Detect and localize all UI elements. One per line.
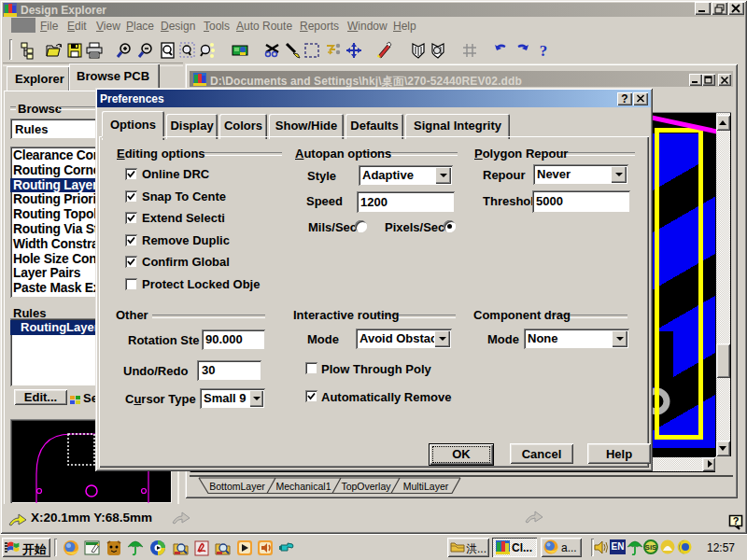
svg-text:MultiLayer: MultiLayer — [403, 481, 449, 492]
svg-text:TopOverlay: TopOverlay — [341, 481, 391, 492]
svg-text:SiS: SiS — [644, 543, 657, 552]
svg-text:?: ? — [733, 515, 740, 526]
svg-text:Mechanical1: Mechanical1 — [276, 481, 331, 492]
svg-text:BottomLayer: BottomLayer — [209, 481, 265, 492]
svg-text:?: ? — [621, 92, 627, 105]
svg-text:?: ? — [540, 42, 548, 60]
